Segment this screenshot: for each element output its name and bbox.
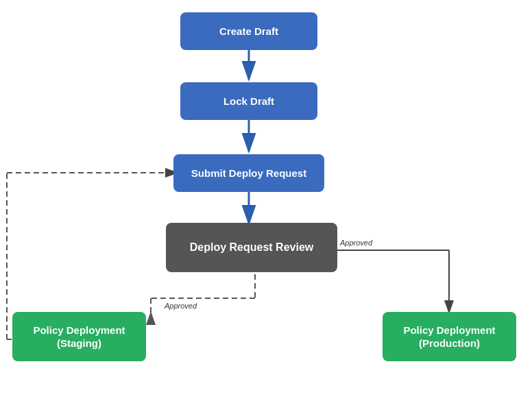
submit-deploy-node: Submit Deploy Request (173, 154, 324, 192)
policy-production-node: Policy Deployment (Production) (383, 312, 516, 361)
create-draft-node: Create Draft (180, 12, 317, 50)
policy-production-label: Policy Deployment (Production) (403, 324, 495, 350)
approved-right-label: Approved (340, 239, 372, 247)
deploy-review-node: Deploy Request Review (166, 223, 337, 272)
diagram-container: Create Draft Lock Draft Submit Deploy Re… (0, 0, 532, 399)
policy-staging-label: Policy Deployment (Staging) (33, 324, 125, 350)
lock-draft-node: Lock Draft (180, 82, 317, 120)
policy-staging-node: Policy Deployment (Staging) (12, 312, 146, 361)
approved-bottom-label: Approved (165, 302, 197, 310)
